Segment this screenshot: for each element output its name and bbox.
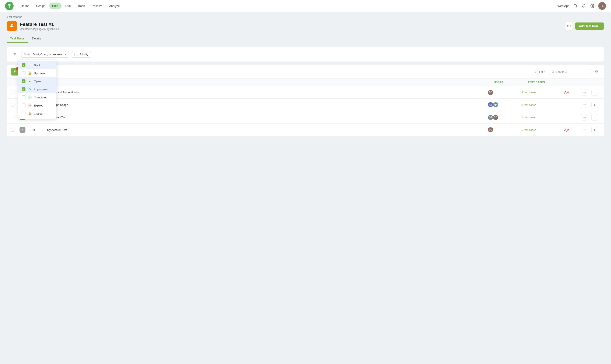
table-row: ↻ Sign-up and Authentication TC 9 test c… [7,86,604,99]
header-name-col[interactable]: Name [47,81,494,84]
row2-checkbox[interactable] [11,103,14,106]
state-value: Draft, Open, In progress [33,53,62,56]
user-avatar[interactable]: TC [598,2,606,10]
tab-test-runs[interactable]: Test Runs [7,35,28,43]
filter-icon-button[interactable] [11,51,19,58]
nav-run[interactable]: Run [62,2,74,9]
nav-track[interactable]: Track [75,2,88,9]
row1-user1-avatar: TC [488,89,494,95]
search-input[interactable] [556,70,588,73]
table-row: ↻ TR3 Basic App Usage AJ MK 3 test cases… [7,99,604,111]
expired-checkbox [22,104,26,107]
add-test-run-button[interactable]: Add Test Run... [575,23,604,30]
pagination-info: 1 - 4 of 4 [534,70,545,73]
completed-checkbox [22,95,26,99]
row2-user2-avatar: MK [493,102,499,108]
row3-navigate-button[interactable]: › [591,114,598,120]
closed-label: Closed [34,112,42,115]
row4-priority-icon: ⋀⋀ [564,128,569,132]
nav-analyze[interactable]: Analyze [106,2,123,9]
tabs-bar: Test Runs Details [0,35,611,43]
state-label: State: [24,53,31,56]
row1-actions: ••• [581,89,591,95]
page-subtitle: Updated 2 days ago by Tyson Cook [20,27,60,31]
row1-more-button[interactable]: ••• [581,89,587,95]
breadcrumb[interactable]: ‹ Milestones [7,15,604,18]
draft-label: Draft [34,64,40,67]
nav-design[interactable]: Design [33,2,48,9]
dropdown-item-open[interactable]: ✓ ● Open [18,77,56,85]
header-actions: ••• Add Test Run... [565,22,604,30]
nav-resolve[interactable]: Resolve [89,2,105,9]
row1-checkbox[interactable] [11,91,14,94]
inprogress-label: In progress [34,88,48,91]
open-checkbox: ✓ [22,79,26,83]
more-options-button[interactable]: ••• [565,22,573,30]
expired-label: Expired [34,104,43,107]
svg-rect-12 [595,72,596,73]
upcoming-status-icon: 🔒 [27,71,32,75]
open-status-icon: ● [27,79,32,83]
row2-name: Basic App Usage [47,103,488,106]
table-toolbar: 1 1 - 4 of 4 [7,65,604,79]
row4-actions: ••• [581,127,591,133]
open-label: Open [34,80,41,83]
dropdown-item-expired[interactable]: ⊗ Expired [18,101,56,109]
dropdown-item-draft[interactable]: ✓ ✏ Draft [18,61,56,69]
grid-view-icon[interactable] [593,68,600,75]
dropdown-item-upcoming[interactable]: 🔒 Upcoming [18,69,56,77]
dropdown-item-closed[interactable]: 🔒 Closed [18,109,56,117]
row2-test-cases: 3 test cases [521,103,564,106]
svg-rect-11 [597,70,598,71]
row3-users: BG TC [488,114,521,120]
settings-icon[interactable] [590,3,595,9]
row3-checkbox[interactable] [11,116,14,119]
closed-status-icon: 🔒 [27,111,32,116]
row1-test-cases: 9 test cases [521,91,564,94]
priority-checkbox [75,52,78,56]
closed-checkbox [22,112,26,115]
upcoming-label: Upcoming [34,72,46,75]
nav-define[interactable]: Define [18,2,32,9]
breadcrumb-arrow: ‹ [7,15,8,18]
row4-checkbox[interactable] [11,128,14,131]
header-testcases-col[interactable]: Test Cases [528,81,566,84]
page-title: Feature Test #1 [20,22,60,27]
active-filter-button[interactable]: 1 [11,68,19,76]
row2-navigate-button[interactable]: › [591,102,598,108]
draft-checkbox: ✓ [22,63,26,67]
priority-filter-button[interactable]: Priority [72,51,91,58]
tab-details[interactable]: Details [29,35,45,43]
app-logo[interactable] [5,2,13,10]
inprogress-checkbox: ✓ [22,87,26,91]
filter-bar: State: Draft, Open, In progress ▲ Priori… [7,47,604,62]
completed-status-icon: ✓ [27,95,32,100]
state-chevron-icon: ▲ [64,53,66,56]
row4-name: My Account Test [47,128,488,131]
dropdown-item-completed[interactable]: ✓ Completed [18,93,56,101]
state-filter-button[interactable]: State: Draft, Open, In progress ▲ [21,51,69,58]
svg-rect-13 [597,72,598,73]
row4-more-button[interactable]: ••• [581,127,587,133]
search-icon [551,70,554,73]
breadcrumb-text: Milestones [9,15,22,18]
draft-status-icon: ✏ [27,63,32,67]
table-header: Name Users Test Cases [7,79,604,86]
top-navigation: Define Design Plan Run Track Resolve Ana… [0,0,611,12]
row4-user1-avatar: TC [488,127,494,133]
row4-id: TR5 [30,128,47,131]
row1-users: TC [488,89,521,95]
row4-navigate-button[interactable]: › [591,127,598,133]
header-users-col[interactable]: Users [494,81,528,84]
search-icon[interactable] [573,3,578,9]
header-actions-col [579,81,591,84]
row3-more-button[interactable]: ••• [581,114,587,120]
notifications-icon[interactable] [581,3,586,9]
search-box [549,69,591,75]
row1-navigate-button[interactable]: › [591,89,598,95]
dropdown-item-inprogress[interactable]: ✓ ↻ In progress [18,85,56,93]
svg-marker-8 [13,71,16,73]
nav-plan[interactable]: Plan [49,2,62,9]
row2-more-button[interactable]: ••• [581,102,587,108]
state-dropdown: ✓ ✏ Draft 🔒 Upcoming ✓ ● Open ✓ ↻ In pro… [18,60,56,119]
